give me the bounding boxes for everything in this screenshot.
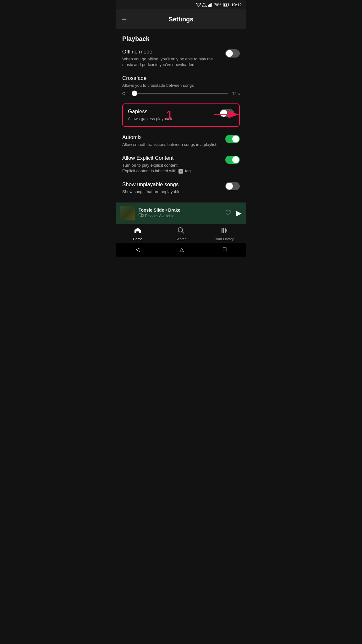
signal-icon bbox=[202, 3, 207, 7]
battery-icon bbox=[223, 3, 229, 7]
gapless-toggle-wrapper bbox=[220, 109, 234, 117]
crossfade-slider[interactable] bbox=[132, 93, 228, 94]
unplayable-desc: Show songs that are unplayable. bbox=[122, 189, 222, 195]
svg-rect-15 bbox=[141, 214, 143, 217]
nav-home[interactable]: Home bbox=[116, 227, 159, 241]
offline-mode-label: Offline mode bbox=[122, 49, 222, 55]
crossfade-min-label: Off bbox=[122, 91, 129, 96]
like-button[interactable]: ♡ bbox=[225, 209, 231, 217]
offline-mode-toggle-wrapper bbox=[225, 49, 240, 58]
bars-icon bbox=[208, 3, 212, 7]
setting-crossfade: Crossfade Allows you to crossfade betwee… bbox=[122, 75, 240, 96]
page-title: Settings bbox=[130, 16, 232, 23]
library-label: Your Library bbox=[215, 237, 234, 241]
automix-text: Automix Allow smooth transitions between… bbox=[122, 134, 222, 147]
offline-mode-text: Offline mode When you go offline, you'll… bbox=[122, 49, 222, 68]
setting-unplayable: Show unplayable songs Show songs that ar… bbox=[122, 181, 240, 195]
svg-marker-21 bbox=[225, 228, 227, 233]
library-icon bbox=[221, 227, 228, 236]
setting-automix: Automix Allow smooth transitions between… bbox=[122, 134, 240, 147]
unplayable-toggle-knob bbox=[226, 183, 233, 190]
explicit-toggle-knob bbox=[232, 156, 239, 163]
svg-line-18 bbox=[182, 231, 184, 233]
svg-rect-20 bbox=[223, 228, 224, 233]
explicit-toggle[interactable] bbox=[225, 156, 240, 164]
nav-library[interactable]: Your Library bbox=[203, 227, 246, 241]
setting-explicit: Allow Explicit Content Turn on to play e… bbox=[122, 155, 240, 174]
android-back[interactable]: ◁ bbox=[136, 246, 140, 253]
now-playing-title: Toosie Slide • Drake bbox=[139, 208, 221, 213]
setting-gapless: Gapless Allows gapless playback bbox=[122, 103, 240, 127]
svg-rect-19 bbox=[222, 228, 222, 233]
svg-point-17 bbox=[178, 228, 183, 232]
now-playing-subtitle: Devices Available bbox=[139, 213, 221, 219]
bottom-nav: Home Search Your Library bbox=[116, 224, 246, 243]
explicit-tag-line: Explicit content is labeled with E tag bbox=[122, 168, 222, 174]
explicit-label: Allow Explicit Content bbox=[122, 155, 222, 161]
status-bar: 79% 19:12 bbox=[116, 0, 246, 9]
gapless-toggle-knob bbox=[220, 110, 227, 117]
nav-search[interactable]: Search bbox=[159, 227, 203, 241]
now-playing-bar[interactable]: Toosie Slide • Drake Devices Available ♡… bbox=[116, 203, 246, 224]
android-home[interactable]: △ bbox=[179, 246, 184, 253]
android-recents[interactable]: □ bbox=[223, 246, 227, 253]
svg-rect-4 bbox=[211, 3, 212, 7]
search-icon bbox=[178, 227, 184, 236]
gapless-desc: Allows gapless playback bbox=[128, 116, 216, 122]
automix-desc: Allow smooth transitions between songs i… bbox=[122, 142, 222, 147]
separator: • bbox=[165, 208, 168, 213]
svg-rect-1 bbox=[208, 5, 209, 7]
top-bar: ← Settings bbox=[116, 9, 246, 29]
device-icon bbox=[139, 213, 144, 219]
automix-label: Automix bbox=[122, 134, 222, 141]
gapless-text: Gapless Allows gapless playback bbox=[128, 108, 216, 122]
unplayable-toggle[interactable] bbox=[225, 182, 240, 190]
crossfade-label: Crossfade bbox=[122, 75, 240, 81]
svg-rect-6 bbox=[228, 4, 229, 6]
status-time: 19:12 bbox=[231, 3, 242, 7]
now-playing-info: Toosie Slide • Drake Devices Available bbox=[139, 208, 221, 219]
battery-percent: 79% bbox=[214, 3, 221, 7]
explicit-toggle-wrapper bbox=[225, 156, 240, 164]
unplayable-row: Show unplayable songs Show songs that ar… bbox=[122, 181, 240, 195]
explicit-desc-end: tag bbox=[185, 169, 191, 173]
automix-toggle-knob bbox=[232, 136, 239, 142]
wifi-icon bbox=[196, 3, 201, 7]
offline-mode-desc: When you go offline, you'll only be able… bbox=[122, 56, 222, 68]
setting-offline-mode: Offline mode When you go offline, you'll… bbox=[122, 49, 240, 68]
svg-marker-0 bbox=[202, 3, 207, 7]
artist-name: Drake bbox=[168, 208, 180, 213]
automix-toggle[interactable] bbox=[225, 135, 240, 143]
section-title-playback: Playback bbox=[122, 35, 240, 42]
offline-mode-toggle-knob bbox=[226, 50, 233, 57]
explicit-desc-extra: Explicit content is labeled with bbox=[122, 169, 177, 173]
explicit-text: Allow Explicit Content Turn on to play e… bbox=[122, 155, 222, 174]
offline-mode-row: Offline mode When you go offline, you'll… bbox=[122, 49, 240, 68]
crossfade-max-label: 12 s bbox=[231, 91, 240, 96]
play-button[interactable]: ▶ bbox=[236, 209, 242, 217]
unplayable-toggle-wrapper bbox=[225, 182, 240, 190]
device-label: Devices Available bbox=[145, 214, 174, 218]
crossfade-slider-row: Off 12 s bbox=[122, 91, 240, 96]
album-art bbox=[120, 206, 135, 220]
search-label: Search bbox=[176, 237, 187, 241]
unplayable-text: Show unplayable songs Show songs that ar… bbox=[122, 181, 222, 195]
back-button[interactable]: ← bbox=[121, 14, 130, 25]
gapless-row: Gapless Allows gapless playback bbox=[128, 108, 234, 122]
svg-rect-3 bbox=[210, 4, 211, 7]
svg-rect-2 bbox=[209, 4, 210, 7]
explicit-e-tag: E bbox=[178, 169, 183, 174]
track-name: Toosie Slide bbox=[139, 208, 164, 213]
explicit-desc: Turn on to play explicit content bbox=[122, 163, 222, 168]
settings-content: Playback Offline mode When you go offlin… bbox=[116, 29, 246, 195]
home-label: Home bbox=[133, 237, 142, 241]
status-icons bbox=[196, 3, 212, 7]
crossfade-desc: Allows you to crossfade between songs bbox=[122, 83, 240, 88]
crossfade-thumb[interactable] bbox=[132, 91, 137, 96]
explicit-row: Allow Explicit Content Turn on to play e… bbox=[122, 155, 240, 174]
automix-row: Automix Allow smooth transitions between… bbox=[122, 134, 240, 147]
offline-mode-toggle[interactable] bbox=[225, 49, 240, 58]
gapless-toggle[interactable] bbox=[220, 109, 234, 117]
home-icon bbox=[134, 227, 141, 236]
gapless-label: Gapless bbox=[128, 108, 216, 115]
